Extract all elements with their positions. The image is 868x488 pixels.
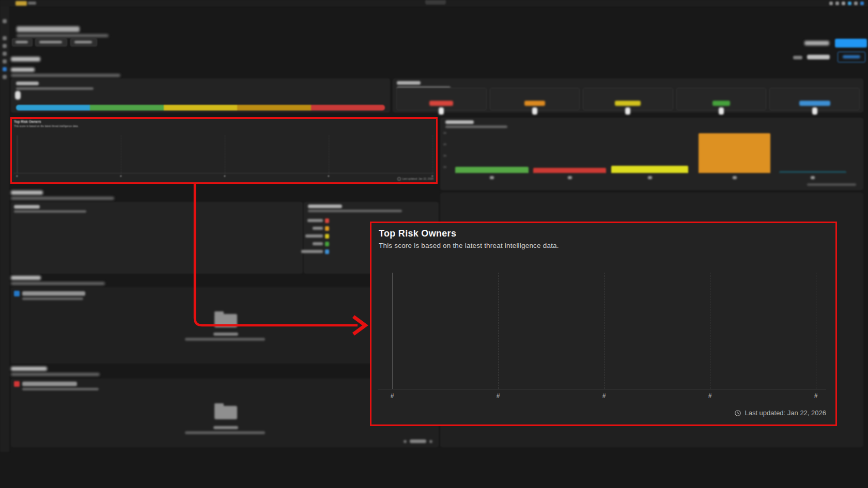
bar-label-redacted (490, 176, 494, 179)
severity-count-redacted (625, 107, 630, 115)
risk-meter-panel (11, 78, 390, 113)
filter-tab-3[interactable] (70, 38, 97, 46)
header-action-label-redacted[interactable] (804, 41, 829, 45)
bar (611, 166, 688, 173)
secondary-outline-button[interactable] (838, 52, 865, 62)
panel-title-redacted (397, 81, 421, 85)
meter-segment (164, 105, 238, 111)
titlebar-icons (827, 2, 864, 5)
section-heading-redacted (11, 367, 47, 371)
section-subheading-redacted (11, 282, 105, 285)
browser-tab[interactable] (425, 0, 446, 5)
y-axis-tick (443, 144, 446, 145)
chart-gridline (121, 135, 121, 173)
panel-title-redacted (16, 82, 39, 85)
chart-gridline (498, 273, 499, 389)
prev-page-arrow[interactable] (404, 440, 407, 443)
primary-action-button[interactable] (835, 39, 867, 48)
panel-subtitle-redacted (445, 125, 507, 128)
axis-tick-label: # (497, 392, 500, 400)
pagination[interactable] (404, 439, 432, 443)
legend-label-redacted (305, 234, 323, 238)
toolbar-label-redacted (793, 56, 802, 59)
titlebar-icon[interactable] (829, 2, 833, 5)
app-logo-text (28, 2, 36, 5)
panel-title-redacted (14, 205, 40, 209)
panel-subtitle-redacted (14, 210, 86, 213)
severity-chip (615, 101, 641, 106)
alert-link-icon (14, 381, 20, 387)
section-heading-redacted (11, 276, 41, 280)
date-range-selector-redacted[interactable] (807, 55, 830, 59)
nav-rail-icon[interactable] (3, 44, 7, 48)
severity-count-redacted (439, 107, 444, 115)
legend-swatch (325, 249, 329, 254)
risk-meter-bar (16, 105, 385, 111)
legend-swatch (325, 218, 329, 223)
axis-tick-label: # (120, 175, 122, 178)
page-title-redacted (17, 26, 80, 32)
last-updated-redacted (807, 183, 856, 186)
severity-cell (490, 88, 580, 111)
legend-label-redacted (307, 219, 323, 222)
next-page-arrow[interactable] (429, 440, 432, 443)
inset-last-updated-text: Last updated: Jan 22, 2026 (745, 409, 826, 417)
filter-tab-1[interactable] (12, 38, 33, 46)
section-subheading-redacted (11, 373, 100, 376)
axis-tick-label: # (328, 175, 330, 178)
panel-subtitle: This score is based on the latest threat… (14, 124, 79, 128)
chart-gridline (604, 273, 605, 389)
panel-title: Top Risk Owners (14, 120, 41, 123)
inset-panel-title: Top Risk Owners (379, 228, 456, 239)
meter-segment (90, 105, 164, 111)
severity-cell (396, 88, 487, 111)
legend-label-redacted (313, 227, 323, 230)
panel-title-redacted (308, 204, 342, 208)
titlebar-icon[interactable] (854, 2, 858, 5)
severity-row (395, 88, 861, 111)
nav-rail-icon[interactable] (3, 52, 7, 56)
nav-rail-icon[interactable] (3, 67, 7, 71)
bar (455, 167, 529, 173)
scanner-link-redacted[interactable] (22, 291, 85, 296)
page-indicator-redacted (410, 439, 426, 443)
section-subheading-redacted (11, 197, 114, 200)
axis-tick-label: # (814, 392, 818, 400)
titlebar-icon[interactable] (835, 2, 839, 5)
last-updated-label: Last updated: Jan 22, 2026 (397, 177, 433, 181)
empty-state-caption-redacted (213, 333, 238, 336)
risk-rating-panel (11, 202, 303, 274)
screenshot-root: Top Risk Owners This score is based on t… (0, 0, 868, 488)
inset-panel-subtitle: This score is based on the latest threat… (379, 242, 559, 249)
titlebar-icon[interactable] (860, 2, 864, 5)
x-axis-line (14, 173, 434, 174)
meter-segment (16, 105, 90, 111)
meter-segment (311, 105, 385, 111)
nav-rail-icon[interactable] (3, 75, 7, 79)
top-risk-owners-panel: Top Risk Owners This score is based on t… (11, 118, 437, 183)
clock-icon (397, 177, 401, 181)
nav-rail-icon[interactable] (3, 59, 7, 64)
clock-icon (734, 410, 741, 417)
bar-label-redacted (648, 176, 652, 179)
chart-gridline (816, 273, 816, 389)
window-titlebar (0, 0, 868, 7)
bar (779, 171, 846, 173)
severity-chip (524, 101, 545, 106)
severity-cell (676, 88, 767, 111)
axis-tick-label: # (224, 175, 226, 178)
chart-gridline (710, 273, 710, 389)
nav-rail-icon[interactable] (3, 19, 7, 23)
y-axis-tick (443, 166, 446, 168)
titlebar-icon[interactable] (848, 2, 851, 5)
alert-link-redacted[interactable] (22, 382, 77, 386)
titlebar-icon[interactable] (842, 2, 845, 5)
axis-tick-label: # (432, 175, 433, 178)
filter-tab-2[interactable] (35, 38, 67, 46)
meter-segment (237, 105, 311, 111)
severity-count-redacted (812, 107, 817, 115)
nav-rail-icon[interactable] (3, 36, 7, 40)
bar (699, 133, 770, 173)
chart-gridline (432, 135, 433, 173)
empty-state-folder-icon (214, 406, 237, 419)
